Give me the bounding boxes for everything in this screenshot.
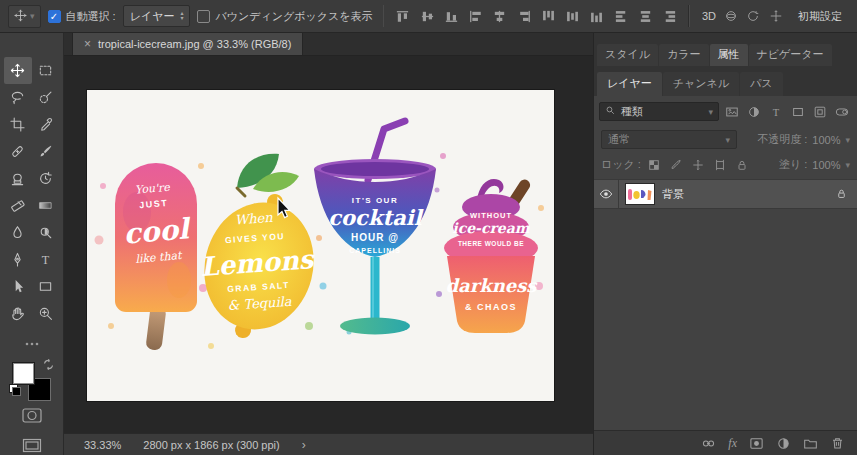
delete-layer-button[interactable]	[830, 436, 845, 451]
auto-select-label: 自動選択 :	[66, 9, 116, 24]
auto-select-target-dropdown[interactable]: レイヤー ▴▾	[123, 5, 191, 27]
lock-artboard-button[interactable]	[712, 157, 729, 172]
move-tool[interactable]	[4, 57, 32, 84]
brush-tool[interactable]	[32, 138, 60, 165]
quick-mask-button[interactable]	[22, 408, 42, 426]
popsicle-stick	[145, 305, 166, 351]
lasso-tool[interactable]	[4, 84, 32, 111]
svg-text:cool: cool	[122, 212, 193, 251]
popsicle-illustration: You're JUST cool like that	[115, 163, 197, 351]
lock-paint-button[interactable]	[668, 157, 685, 172]
lock-all-button[interactable]	[734, 157, 751, 172]
status-chevron-icon[interactable]: ›	[302, 438, 306, 452]
tab-styles[interactable]: スタイル	[597, 44, 658, 66]
filter-toggle-switch[interactable]	[832, 103, 851, 120]
layer-style-button[interactable]: fx	[728, 436, 737, 451]
blend-mode-select[interactable]: 通常 ▾	[601, 130, 737, 149]
options-bar: ▾ ✓ 自動選択 : レイヤー ▴▾ バウンディングボックスを表示 3D	[0, 0, 857, 33]
move-tool-icon	[14, 9, 27, 24]
distribute-top-edges-button[interactable]	[540, 5, 557, 27]
zoom-level[interactable]: 33.33%	[84, 439, 121, 451]
fill-label: 塗り :	[779, 157, 807, 172]
align-bottom-edges-button[interactable]	[443, 5, 460, 27]
3d-pan-button[interactable]	[768, 6, 784, 26]
history-brush-tool[interactable]	[32, 165, 60, 192]
lock-position-button[interactable]	[690, 157, 707, 172]
align-horizontal-centers-button[interactable]	[491, 5, 508, 27]
align-vertical-centers-button[interactable]	[419, 5, 436, 27]
tab-navigator[interactable]: ナビゲーター	[749, 44, 832, 66]
distribute-vertical-centers-button[interactable]	[564, 5, 581, 27]
artwork-image[interactable]: You're JUST cool like that	[87, 90, 554, 401]
align-left-edges-button[interactable]	[467, 5, 484, 27]
filter-type-button[interactable]: T	[766, 103, 785, 120]
tab-close-button[interactable]: ×	[84, 37, 91, 51]
screen-mode-button[interactable]	[22, 438, 42, 455]
workspace-switcher[interactable]: 初期設定	[791, 6, 849, 27]
lock-label: ロック :	[601, 157, 641, 172]
hand-tool[interactable]	[4, 300, 32, 327]
filter-adjustment-button[interactable]	[744, 103, 763, 120]
document-tab[interactable]: × tropical-icecream.jpg @ 33.3% (RGB/8)	[72, 33, 303, 55]
tab-properties[interactable]: 属性	[710, 44, 748, 66]
gradient-tool[interactable]	[32, 192, 60, 219]
pen-tool[interactable]	[4, 246, 32, 273]
fill-value[interactable]: 100%	[812, 159, 840, 171]
swap-colors-icon[interactable]	[43, 359, 54, 372]
adjustment-icon	[776, 436, 791, 451]
eyedropper-tool[interactable]	[32, 111, 60, 138]
layer-row-background[interactable]: 背景	[594, 179, 857, 209]
zoom-tool[interactable]	[32, 300, 60, 327]
icecream-illustration: WITHOUT ice-cream THERE WOULD BE darknes…	[444, 177, 538, 333]
edit-toolbar-button[interactable]	[25, 337, 39, 349]
distribute-left-edges-button[interactable]	[612, 5, 629, 27]
adjustment-layer-button[interactable]	[776, 436, 791, 451]
tab-layers[interactable]: レイヤー	[597, 72, 662, 96]
filter-shape-button[interactable]	[788, 103, 807, 120]
auto-select-checkbox[interactable]: ✓ 自動選択 :	[48, 9, 116, 24]
3d-orbit-button[interactable]	[723, 6, 739, 26]
tool-preset-button[interactable]: ▾	[8, 5, 41, 28]
tab-channels[interactable]: チャンネル	[663, 72, 739, 96]
tab-paths[interactable]: パス	[740, 72, 783, 96]
path-selection-tool[interactable]	[4, 273, 32, 300]
marquee-tool[interactable]	[32, 57, 60, 84]
default-colors-icon[interactable]	[9, 384, 21, 396]
blur-tool[interactable]	[4, 219, 32, 246]
shape-tool[interactable]	[32, 273, 60, 300]
distribute-bottom-edges-button[interactable]	[588, 5, 605, 27]
3d-roll-button[interactable]	[746, 6, 762, 26]
svg-text:T: T	[42, 253, 50, 267]
layer-filter-select[interactable]: 種類 ▾	[599, 102, 719, 121]
align-top-edges-button[interactable]	[394, 5, 411, 27]
tab-color[interactable]: カラー	[659, 44, 709, 66]
svg-text:WITHOUT: WITHOUT	[470, 211, 512, 220]
healing-brush-tool[interactable]	[4, 138, 32, 165]
visibility-toggle[interactable]	[594, 180, 619, 208]
foreground-color-swatch[interactable]	[12, 362, 35, 385]
distribute-right-edges-button[interactable]	[661, 5, 678, 27]
align-right-edges-button[interactable]	[516, 5, 533, 27]
canvas-area[interactable]: You're JUST cool like that	[64, 56, 593, 433]
spinner-icon: ▴▾	[180, 11, 183, 21]
blend-mode-value: 通常	[608, 132, 630, 147]
new-group-button[interactable]	[803, 436, 818, 451]
clone-stamp-tool[interactable]	[4, 165, 32, 192]
bounding-box-checkbox[interactable]: バウンディングボックスを表示	[197, 9, 372, 24]
cocktail-illustration: IT'S OUR cocktail HOUR @ CAPELLINIS	[314, 121, 436, 335]
opacity-value[interactable]: 100%	[812, 134, 840, 146]
right-panel-dock: スタイル カラー 属性 ナビゲーター レイヤー チャンネル パス 種類 ▾	[593, 33, 857, 455]
svg-text:HOUR @: HOUR @	[351, 232, 399, 243]
link-layers-button[interactable]	[701, 436, 716, 451]
add-mask-button[interactable]	[749, 436, 764, 451]
lock-transparency-button[interactable]	[646, 157, 663, 172]
dodge-tool[interactable]	[32, 219, 60, 246]
layer-thumbnail[interactable]	[626, 184, 654, 204]
type-tool[interactable]: T	[32, 246, 60, 273]
distribute-horizontal-centers-button[interactable]	[637, 5, 654, 27]
quick-selection-tool[interactable]	[32, 84, 60, 111]
filter-smart-object-button[interactable]	[810, 103, 829, 120]
filter-image-button[interactable]	[722, 103, 741, 120]
eraser-tool[interactable]	[4, 192, 32, 219]
crop-tool[interactable]	[4, 111, 32, 138]
